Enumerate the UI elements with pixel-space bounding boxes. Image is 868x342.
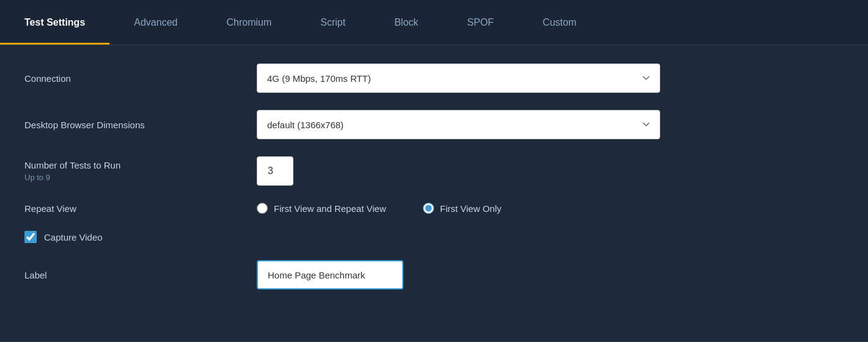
capture-video-row: Capture Video: [24, 231, 844, 243]
number-of-tests-input[interactable]: [257, 156, 293, 186]
capture-video-checkbox[interactable]: [24, 231, 37, 243]
number-of-tests-row: Number of Tests to Run Up to 9: [24, 156, 844, 186]
label-field-label: Label: [24, 270, 257, 280]
number-of-tests-sublabel: Up to 9: [24, 173, 257, 182]
radio-first-only[interactable]: First View Only: [423, 203, 502, 214]
radio-first-and-repeat[interactable]: First View and Repeat View: [257, 203, 386, 214]
tab-spof[interactable]: SPOF: [443, 0, 518, 45]
label-row: Label: [24, 260, 844, 289]
page-wrapper: Test Settings Advanced Chromium Script B…: [0, 0, 868, 342]
tab-custom[interactable]: Custom: [518, 0, 601, 45]
browser-dimensions-select[interactable]: default (1366x768) 1024x768 1280x1024 19…: [257, 110, 660, 139]
radio-first-and-repeat-input[interactable]: [257, 203, 268, 214]
connection-label: Connection: [24, 73, 257, 84]
tab-test-settings[interactable]: Test Settings: [0, 0, 109, 45]
repeat-view-radio-group: First View and Repeat View First View On…: [257, 203, 501, 214]
connection-row: Connection 4G (9 Mbps, 170ms RTT) Cable …: [24, 64, 844, 93]
browser-dimensions-row: Desktop Browser Dimensions default (1366…: [24, 110, 844, 139]
main-content: Connection 4G (9 Mbps, 170ms RTT) Cable …: [0, 45, 868, 325]
connection-select[interactable]: 4G (9 Mbps, 170ms RTT) Cable (5/1 Mbps, …: [257, 64, 660, 93]
repeat-view-label: Repeat View: [24, 203, 257, 214]
tab-chromium[interactable]: Chromium: [202, 0, 296, 45]
number-of-tests-label: Number of Tests to Run Up to 9: [24, 160, 257, 182]
radio-first-only-input[interactable]: [423, 203, 434, 214]
capture-video-label[interactable]: Capture Video: [24, 231, 103, 243]
browser-dimensions-label: Desktop Browser Dimensions: [24, 120, 257, 130]
tab-advanced[interactable]: Advanced: [109, 0, 202, 45]
label-text-input[interactable]: [257, 260, 403, 289]
tab-block[interactable]: Block: [370, 0, 443, 45]
repeat-view-row: Repeat View First View and Repeat View F…: [24, 203, 844, 214]
tab-navigation: Test Settings Advanced Chromium Script B…: [0, 0, 868, 45]
tab-script[interactable]: Script: [296, 0, 370, 45]
